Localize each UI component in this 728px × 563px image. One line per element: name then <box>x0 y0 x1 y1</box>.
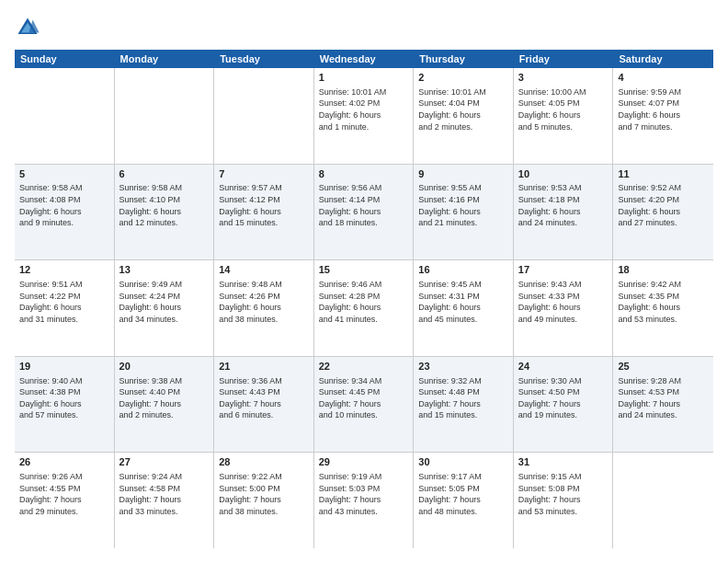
day-info: Sunrise: 9:42 AM Sunset: 4:35 PM Dayligh… <box>618 279 709 325</box>
day-cell-23: 23Sunrise: 9:32 AM Sunset: 4:48 PM Dayli… <box>414 357 514 453</box>
day-cell-15: 15Sunrise: 9:46 AM Sunset: 4:28 PM Dayli… <box>314 260 415 356</box>
day-number: 8 <box>319 167 409 181</box>
week-row-2: 5Sunrise: 9:58 AM Sunset: 4:08 PM Daylig… <box>15 165 713 261</box>
calendar-body: 1Sunrise: 10:01 AM Sunset: 4:02 PM Dayli… <box>15 68 713 548</box>
weekday-header-friday: Friday <box>514 50 614 68</box>
day-info: Sunrise: 9:17 AM Sunset: 5:05 PM Dayligh… <box>418 471 508 517</box>
weekday-header-saturday: Saturday <box>613 50 713 68</box>
day-info: Sunrise: 9:26 AM Sunset: 4:55 PM Dayligh… <box>19 471 109 517</box>
day-info: Sunrise: 9:58 AM Sunset: 4:08 PM Dayligh… <box>19 182 109 228</box>
day-info: Sunrise: 9:30 AM Sunset: 4:50 PM Dayligh… <box>518 375 609 421</box>
day-cell-10: 10Sunrise: 9:53 AM Sunset: 4:18 PM Dayli… <box>514 165 614 260</box>
day-number: 5 <box>19 167 109 181</box>
day-number: 24 <box>518 360 609 373</box>
calendar: SundayMondayTuesdayWednesdayThursdayFrid… <box>15 50 713 548</box>
day-cell-5: 5Sunrise: 9:58 AM Sunset: 4:08 PM Daylig… <box>15 165 115 260</box>
day-cell-16: 16Sunrise: 9:45 AM Sunset: 4:31 PM Dayli… <box>414 260 514 356</box>
day-number: 14 <box>219 263 309 277</box>
day-cell-20: 20Sunrise: 9:38 AM Sunset: 4:40 PM Dayli… <box>115 357 215 453</box>
weekday-header-sunday: Sunday <box>15 50 115 68</box>
day-cell-12: 12Sunrise: 9:51 AM Sunset: 4:22 PM Dayli… <box>15 260 115 356</box>
day-number: 21 <box>219 360 309 373</box>
day-cell-19: 19Sunrise: 9:40 AM Sunset: 4:38 PM Dayli… <box>15 357 115 453</box>
day-number: 2 <box>418 71 508 85</box>
day-info: Sunrise: 9:15 AM Sunset: 5:08 PM Dayligh… <box>518 471 609 517</box>
week-row-5: 26Sunrise: 9:26 AM Sunset: 4:55 PM Dayli… <box>15 453 713 548</box>
day-number: 16 <box>418 263 508 277</box>
day-cell-1: 1Sunrise: 10:01 AM Sunset: 4:02 PM Dayli… <box>314 68 415 164</box>
day-info: Sunrise: 9:22 AM Sunset: 5:00 PM Dayligh… <box>219 471 309 517</box>
day-cell-29: 29Sunrise: 9:19 AM Sunset: 5:03 PM Dayli… <box>314 453 415 548</box>
day-number: 30 <box>418 455 508 469</box>
day-number: 20 <box>119 360 210 373</box>
day-number: 27 <box>119 455 210 469</box>
day-number: 13 <box>119 263 210 277</box>
day-number: 12 <box>19 263 109 277</box>
empty-cell <box>613 453 713 548</box>
day-info: Sunrise: 9:59 AM Sunset: 4:07 PM Dayligh… <box>618 86 709 132</box>
day-info: Sunrise: 9:48 AM Sunset: 4:26 PM Dayligh… <box>219 279 309 325</box>
logo <box>15 15 44 40</box>
day-number: 18 <box>618 263 709 277</box>
day-number: 29 <box>319 455 409 469</box>
weekday-header-monday: Monday <box>115 50 215 68</box>
day-number: 1 <box>319 71 409 85</box>
day-number: 9 <box>418 167 508 181</box>
logo-icon <box>15 15 40 40</box>
page: SundayMondayTuesdayWednesdayThursdayFrid… <box>0 0 728 563</box>
day-info: Sunrise: 9:19 AM Sunset: 5:03 PM Dayligh… <box>319 471 409 517</box>
day-cell-18: 18Sunrise: 9:42 AM Sunset: 4:35 PM Dayli… <box>613 260 713 356</box>
day-number: 3 <box>518 71 609 85</box>
day-info: Sunrise: 9:58 AM Sunset: 4:10 PM Dayligh… <box>119 182 210 228</box>
header <box>15 15 713 40</box>
empty-cell <box>214 68 314 164</box>
empty-cell <box>15 68 115 164</box>
day-cell-9: 9Sunrise: 9:55 AM Sunset: 4:16 PM Daylig… <box>414 165 514 260</box>
day-number: 4 <box>618 71 709 85</box>
day-cell-24: 24Sunrise: 9:30 AM Sunset: 4:50 PM Dayli… <box>514 357 614 453</box>
day-cell-11: 11Sunrise: 9:52 AM Sunset: 4:20 PM Dayli… <box>613 165 713 260</box>
day-info: Sunrise: 9:49 AM Sunset: 4:24 PM Dayligh… <box>119 279 210 325</box>
week-row-3: 12Sunrise: 9:51 AM Sunset: 4:22 PM Dayli… <box>15 260 713 357</box>
day-info: Sunrise: 9:40 AM Sunset: 4:38 PM Dayligh… <box>19 375 109 421</box>
day-cell-27: 27Sunrise: 9:24 AM Sunset: 4:58 PM Dayli… <box>115 453 215 548</box>
day-info: Sunrise: 9:43 AM Sunset: 4:33 PM Dayligh… <box>518 279 609 325</box>
day-cell-6: 6Sunrise: 9:58 AM Sunset: 4:10 PM Daylig… <box>115 165 215 260</box>
day-info: Sunrise: 9:53 AM Sunset: 4:18 PM Dayligh… <box>518 182 609 228</box>
week-row-1: 1Sunrise: 10:01 AM Sunset: 4:02 PM Dayli… <box>15 68 713 165</box>
day-cell-21: 21Sunrise: 9:36 AM Sunset: 4:43 PM Dayli… <box>214 357 314 453</box>
day-info: Sunrise: 9:52 AM Sunset: 4:20 PM Dayligh… <box>618 182 709 228</box>
day-cell-2: 2Sunrise: 10:01 AM Sunset: 4:04 PM Dayli… <box>414 68 514 164</box>
day-cell-30: 30Sunrise: 9:17 AM Sunset: 5:05 PM Dayli… <box>414 453 514 548</box>
day-info: Sunrise: 9:55 AM Sunset: 4:16 PM Dayligh… <box>418 182 508 228</box>
day-number: 31 <box>518 455 609 469</box>
day-cell-17: 17Sunrise: 9:43 AM Sunset: 4:33 PM Dayli… <box>514 260 614 356</box>
day-info: Sunrise: 9:45 AM Sunset: 4:31 PM Dayligh… <box>418 279 508 325</box>
week-row-4: 19Sunrise: 9:40 AM Sunset: 4:38 PM Dayli… <box>15 357 713 454</box>
day-number: 28 <box>219 455 309 469</box>
day-info: Sunrise: 9:28 AM Sunset: 4:53 PM Dayligh… <box>618 375 709 421</box>
day-cell-22: 22Sunrise: 9:34 AM Sunset: 4:45 PM Dayli… <box>314 357 415 453</box>
day-info: Sunrise: 9:32 AM Sunset: 4:48 PM Dayligh… <box>418 375 508 421</box>
weekday-header-wednesday: Wednesday <box>314 50 415 68</box>
day-cell-7: 7Sunrise: 9:57 AM Sunset: 4:12 PM Daylig… <box>214 165 314 260</box>
day-info: Sunrise: 9:36 AM Sunset: 4:43 PM Dayligh… <box>219 375 309 421</box>
day-cell-26: 26Sunrise: 9:26 AM Sunset: 4:55 PM Dayli… <box>15 453 115 548</box>
day-cell-25: 25Sunrise: 9:28 AM Sunset: 4:53 PM Dayli… <box>613 357 713 453</box>
day-number: 23 <box>418 360 508 373</box>
day-number: 11 <box>618 167 709 181</box>
day-number: 7 <box>219 167 309 181</box>
day-number: 6 <box>119 167 210 181</box>
day-info: Sunrise: 10:00 AM Sunset: 4:05 PM Daylig… <box>518 86 609 132</box>
day-number: 22 <box>319 360 409 373</box>
weekday-header-tuesday: Tuesday <box>214 50 314 68</box>
day-cell-28: 28Sunrise: 9:22 AM Sunset: 5:00 PM Dayli… <box>214 453 314 548</box>
day-cell-4: 4Sunrise: 9:59 AM Sunset: 4:07 PM Daylig… <box>613 68 713 164</box>
day-cell-8: 8Sunrise: 9:56 AM Sunset: 4:14 PM Daylig… <box>314 165 415 260</box>
calendar-header: SundayMondayTuesdayWednesdayThursdayFrid… <box>15 50 713 68</box>
day-info: Sunrise: 9:38 AM Sunset: 4:40 PM Dayligh… <box>119 375 210 421</box>
day-cell-14: 14Sunrise: 9:48 AM Sunset: 4:26 PM Dayli… <box>214 260 314 356</box>
day-info: Sunrise: 9:34 AM Sunset: 4:45 PM Dayligh… <box>319 375 409 421</box>
day-number: 15 <box>319 263 409 277</box>
day-number: 25 <box>618 360 709 373</box>
